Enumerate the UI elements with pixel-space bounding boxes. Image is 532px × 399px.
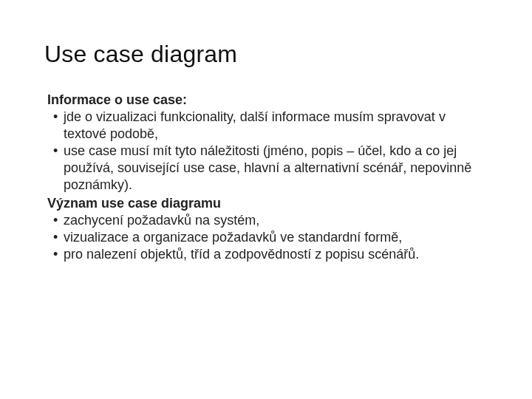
list-item: jde o vizualizaci funkcionality, další i… [53, 109, 488, 143]
list-item: use case musí mít tyto náležitosti (jmén… [53, 143, 488, 194]
slide: Use case diagram Informace o use case: j… [0, 0, 532, 399]
list-item: vizualizace a organizace požadavků ve st… [53, 229, 488, 246]
section2-list: zachycení požadavků na systém, vizualiza… [44, 212, 488, 263]
list-item: zachycení požadavků na systém, [53, 212, 488, 229]
section2-heading: Význam use case diagramu [44, 195, 488, 212]
slide-body: Informace o use case: jde o vizualizaci … [44, 92, 488, 263]
section1-list: jde o vizualizaci funkcionality, další i… [44, 109, 488, 194]
section1-heading: Informace o use case: [44, 92, 488, 109]
list-item: pro nalezení objektů, tříd a zodpovědnos… [53, 246, 488, 263]
slide-title: Use case diagram [44, 41, 488, 68]
